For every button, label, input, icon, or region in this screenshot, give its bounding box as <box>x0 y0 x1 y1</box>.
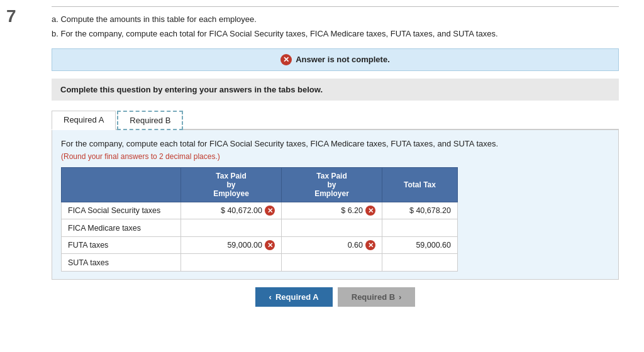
col-header-total: Total Tax <box>382 168 458 202</box>
row-total-2: 59,000.60 <box>382 237 458 254</box>
row-employer-2: 0.60✕ <box>282 237 382 254</box>
row-employee-0: $ 40,672.00✕ <box>181 202 282 219</box>
instruction-b: b. For the company, compute each total f… <box>52 28 619 41</box>
data-table: Tax PaidbyEmployee Tax PaidbyEmployer To… <box>61 167 458 272</box>
next-arrow: › <box>399 292 401 302</box>
tab-required-b[interactable]: Required B <box>117 111 183 130</box>
remove-employer-0[interactable]: ✕ <box>365 206 375 216</box>
row-employee-1 <box>181 219 282 237</box>
col-header-employer: Tax PaidbyEmployer <box>282 168 382 202</box>
alert-message: Answer is not complete. <box>296 55 390 64</box>
tabs-row: Required A Required B <box>52 109 619 130</box>
prev-button[interactable]: ‹ Required A <box>255 287 333 307</box>
tab-required-a[interactable]: Required A <box>52 111 116 130</box>
instruction-a: a. Compute the amounts in this table for… <box>52 13 619 26</box>
row-label-1: FICA Medicare taxes <box>62 219 181 237</box>
row-employer-1 <box>282 219 382 237</box>
row-total-0: $ 40,678.20 <box>382 202 458 219</box>
remove-employer-2[interactable]: ✕ <box>365 240 375 250</box>
question-number: 7 <box>6 6 16 26</box>
row-employee-2: 59,000.00✕ <box>181 237 282 254</box>
instructions: a. Compute the amounts in this table for… <box>52 13 619 41</box>
nav-buttons: ‹ Required A Required B › <box>52 287 619 307</box>
row-employee-3 <box>181 254 282 272</box>
prev-arrow: ‹ <box>269 292 272 302</box>
alert-box: ✕ Answer is not complete. <box>52 48 619 71</box>
remove-employee-0[interactable]: ✕ <box>265 206 275 216</box>
row-total-1 <box>382 219 458 237</box>
tabs-container: Required A Required B For the company, c… <box>52 109 619 280</box>
remove-employee-2[interactable]: ✕ <box>265 240 275 250</box>
col-header-employee: Tax PaidbyEmployee <box>181 168 282 202</box>
next-button[interactable]: Required B › <box>338 287 416 307</box>
tab-description: For the company, compute each total for … <box>61 138 609 150</box>
row-employer-0: $ 6.20✕ <box>282 202 382 219</box>
row-label-2: FUTA taxes <box>62 237 181 254</box>
complete-prompt: Complete this question by entering your … <box>52 79 619 101</box>
row-label-3: SUTA taxes <box>62 254 181 272</box>
row-total-3 <box>382 254 458 272</box>
tab-content: For the company, compute each total for … <box>52 130 619 280</box>
next-label: Required B <box>352 292 395 302</box>
col-header-label <box>62 168 181 202</box>
row-label-0: FICA Social Security taxes <box>62 202 181 219</box>
alert-icon: ✕ <box>280 54 292 65</box>
prev-label: Required A <box>275 292 319 302</box>
row-employer-3 <box>282 254 382 272</box>
tab-note: (Round your final answers to 2 decimal p… <box>61 152 609 161</box>
